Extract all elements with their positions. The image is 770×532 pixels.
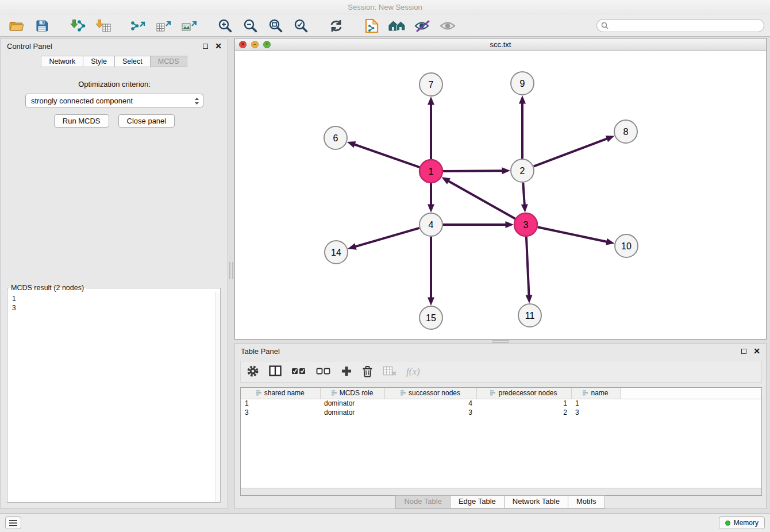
function-builder-button[interactable]: f(x)	[406, 366, 420, 377]
table-row[interactable]: 1dominator411	[241, 399, 761, 408]
edge-3-11[interactable]	[526, 237, 529, 295]
delete-row-button[interactable]	[362, 365, 373, 379]
criterion-dropdown[interactable]: strongly connected component	[25, 94, 203, 107]
table-horizontal-scrollbar[interactable]	[241, 488, 761, 495]
zoom-in-button[interactable]	[214, 17, 236, 35]
status-menu-button[interactable]	[5, 516, 21, 529]
tab-style[interactable]: Style	[83, 56, 115, 67]
eye-icon	[440, 20, 456, 32]
edge-1-2[interactable]	[443, 171, 502, 171]
column-header-MCDS-role[interactable]: MCDS role	[320, 388, 384, 399]
open-session-button[interactable]	[6, 17, 28, 35]
zoom-out-icon	[243, 18, 257, 33]
tab-node-table[interactable]: Node Table	[395, 495, 451, 508]
table-cell: 3	[571, 408, 620, 417]
column-label: name	[591, 389, 608, 397]
export-network-button[interactable]	[128, 17, 149, 35]
zoom-selected-button[interactable]	[290, 17, 311, 35]
node-label-4: 4	[429, 220, 434, 230]
export-table-button[interactable]	[153, 17, 175, 35]
save-session-button[interactable]	[31, 17, 53, 35]
tab-edge-table[interactable]: Edge Table	[450, 495, 505, 508]
zoom-in-icon	[218, 18, 232, 33]
network-view[interactable]: 7968124314101511	[235, 51, 766, 339]
delete-table-button[interactable]	[383, 366, 396, 378]
minimize-window-icon[interactable]: −	[251, 41, 259, 48]
close-panel-button[interactable]: Close panel	[118, 114, 175, 128]
window-titlebar: Session: New Session	[0, 0, 770, 15]
close-table-panel-icon[interactable]: ✕	[753, 347, 760, 355]
close-window-icon[interactable]: ✕	[239, 41, 247, 48]
column-label: predecessor nodes	[498, 389, 557, 397]
export-table-icon	[156, 19, 172, 33]
zoom-out-button[interactable]	[239, 17, 261, 35]
criterion-dropdown-value: strongly connected component	[31, 97, 133, 105]
tab-select[interactable]: Select	[114, 56, 151, 67]
control-panel-title: Control Panel	[7, 42, 52, 51]
window-title: Session: New Session	[348, 3, 422, 11]
import-table-button[interactable]	[92, 17, 114, 35]
visual-inspect-icon	[414, 20, 430, 32]
column-header-successor-nodes[interactable]: successor nodes	[384, 388, 476, 399]
edge-3-10[interactable]	[538, 227, 607, 242]
table-cell: 3	[384, 408, 476, 417]
tab-mcds[interactable]: MCDS	[150, 56, 187, 67]
search-input[interactable]	[596, 19, 764, 32]
select-all-button[interactable]	[291, 367, 306, 377]
memory-button[interactable]: Memory	[719, 516, 765, 529]
column-sort-icon	[490, 390, 496, 396]
node-label-1: 1	[429, 167, 434, 176]
window-controls: ✕ − +	[239, 41, 271, 48]
tab-network[interactable]: Network	[41, 56, 83, 67]
table-row[interactable]: 3dominator323	[241, 408, 761, 417]
edge-4-14[interactable]	[356, 228, 419, 246]
float-panel-icon[interactable]	[203, 44, 208, 49]
maximize-window-icon[interactable]: +	[263, 41, 271, 48]
mcds-result-text: 1 3	[7, 292, 220, 315]
zoom-fit-button[interactable]	[264, 17, 286, 35]
table-cell-filler	[620, 399, 761, 408]
show-columns-button[interactable]	[269, 365, 282, 378]
mcds-result-title: MCDS result (2 nodes)	[9, 284, 86, 292]
node-label-15: 15	[426, 313, 436, 323]
tab-motifs[interactable]: Motifs	[568, 495, 605, 508]
table-panel: Table Panel ✕	[234, 343, 767, 509]
edge-2-8[interactable]	[534, 138, 607, 166]
float-table-panel-icon[interactable]	[741, 349, 746, 354]
edge-3-1[interactable]	[449, 181, 515, 219]
panel-splitter-vertical[interactable]	[229, 262, 233, 279]
toolbar-separator	[351, 25, 357, 26]
column-header-predecessor-nodes[interactable]: predecessor nodes	[476, 388, 571, 399]
home-button[interactable]	[386, 17, 408, 35]
add-row-button[interactable]	[341, 365, 352, 379]
apply-layout-button[interactable]	[325, 17, 347, 35]
export-image-button[interactable]	[178, 17, 200, 35]
edge-2-3[interactable]	[523, 183, 525, 205]
table-cell: 3	[241, 408, 320, 417]
view-button[interactable]	[437, 17, 459, 35]
delete-table-icon	[383, 366, 396, 376]
tab-network-table[interactable]: Network Table	[504, 495, 568, 508]
result-scrollbar[interactable]	[215, 292, 220, 502]
column-header-shared-name[interactable]: shared name	[241, 388, 320, 399]
table-cell-filler	[620, 408, 761, 417]
node-label-11: 11	[525, 311, 535, 321]
close-panel-icon[interactable]: ✕	[215, 42, 222, 50]
table-cell: 1	[571, 399, 620, 408]
toolbar-separator	[315, 25, 322, 26]
edge-1-6[interactable]	[355, 145, 419, 168]
list-menu-icon	[9, 520, 17, 526]
export-web-button[interactable]	[361, 17, 383, 35]
table-panel-tabs: Node TableEdge TableNetwork TableMotifs	[235, 495, 766, 508]
visual-inspect-button[interactable]	[411, 17, 433, 35]
table-panel-title: Table Panel	[241, 347, 280, 356]
deselect-all-button[interactable]	[316, 367, 331, 377]
network-graph[interactable]: 7968124314101511	[235, 51, 766, 339]
node-label-2: 2	[520, 166, 525, 176]
run-mcds-button[interactable]: Run MCDS	[54, 114, 109, 128]
column-header-filler	[620, 388, 761, 399]
column-header-name[interactable]: name	[571, 388, 620, 399]
table-settings-button[interactable]	[247, 365, 259, 379]
import-network-button[interactable]	[67, 17, 88, 35]
mcds-result-box: MCDS result (2 nodes) 1 3	[7, 284, 221, 503]
